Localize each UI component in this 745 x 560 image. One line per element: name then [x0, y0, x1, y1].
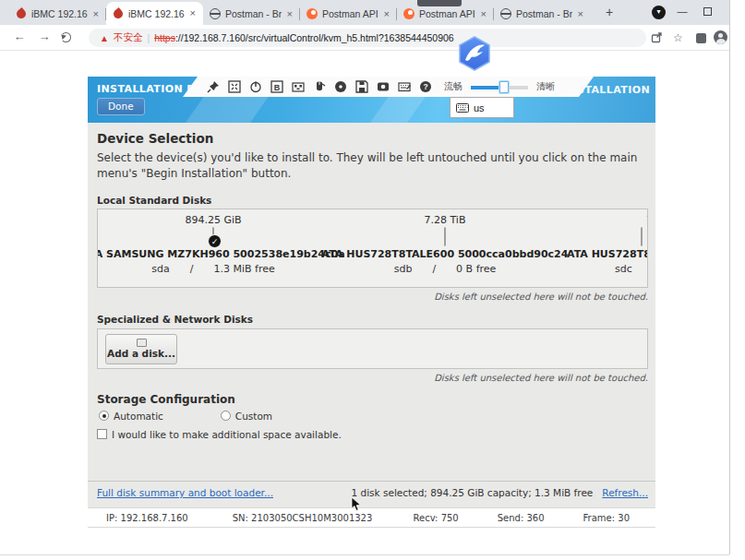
- add-disk-button[interactable]: Add a disk...: [105, 334, 177, 364]
- slider-handle[interactable]: [499, 81, 509, 93]
- address-input[interactable]: ▲ 不安全 | https://192.168.7.160/src/virtua…: [89, 29, 646, 47]
- tabs: iBMC 192.168.7.16 × iBMC 192.168.7.16 × …: [9, 0, 591, 25]
- url-text: https://192.168.7.160/src/virtualControl…: [154, 32, 454, 43]
- disk-sda[interactable]: 894.25 GiB ✓ ATA SAMSUNG MZ7KH960 500253…: [98, 214, 329, 287]
- maximize-button[interactable]: [703, 7, 712, 16]
- postman-favicon: [403, 8, 415, 19]
- forward-icon[interactable]: →: [36, 30, 53, 43]
- tab-postman-api-2[interactable]: Postman API Platfo ×: [397, 3, 494, 25]
- help-icon[interactable]: ?: [419, 80, 432, 93]
- virtual-keyboard-icon[interactable]: [398, 80, 411, 93]
- status-sn: SN: 2103050CSH10M3001323: [233, 513, 373, 523]
- kvm-toolbar: B: [183, 77, 594, 97]
- address-separator: |: [147, 32, 150, 43]
- minimize-button[interactable]: —: [670, 4, 694, 20]
- keyboard-layout-indicator[interactable]: us: [450, 97, 514, 118]
- radio-automatic[interactable]: Automatic: [99, 411, 163, 422]
- tab-title: iBMC 192.168.7.16: [31, 8, 88, 19]
- slider-fill: [471, 86, 502, 89]
- unselected-note: Disks left unselected here will not be t…: [88, 373, 648, 383]
- record-video-icon[interactable]: [377, 80, 390, 93]
- disk-free: 0 B free: [456, 263, 496, 275]
- status-frame: Frame: 30: [583, 513, 630, 523]
- disk-size: 894.25 GiB: [185, 214, 241, 226]
- tab-postman-api-1[interactable]: Postman API Platfo ×: [300, 3, 397, 25]
- tab-close-icon[interactable]: ×: [577, 9, 584, 19]
- disk-mini-icon: [137, 339, 147, 347]
- intro-text: Select the device(s) you'd like to insta…: [97, 150, 643, 183]
- disk-size: 7: [646, 214, 648, 226]
- url-rest: ://192.168.7.160/src/virtualControl/kvm_…: [175, 32, 454, 43]
- local-disks-box: 894.25 GiB ✓ ATA SAMSUNG MZ7KH960 500253…: [97, 209, 648, 288]
- full-disk-summary-link[interactable]: Full disk summary and boot loader...: [97, 487, 273, 498]
- kvm-status-bar: IP: 192.168.7.160 SN: 2103050CSH10M30013…: [88, 507, 655, 528]
- tab-postman-browse-1[interactable]: Postman - Browse ×: [203, 3, 300, 25]
- additional-space-option[interactable]: I would like to make additional space av…: [97, 429, 655, 440]
- cd-media-icon[interactable]: [334, 80, 347, 93]
- fullscreen-icon[interactable]: [228, 80, 241, 93]
- radio-automatic-label: Automatic: [114, 411, 163, 422]
- done-button[interactable]: Done: [97, 98, 145, 115]
- disk-name: ATA HUS728T8TAL: [567, 248, 648, 260]
- mouse-icon[interactable]: [313, 80, 326, 93]
- tab-ibmc-1[interactable]: iBMC 192.168.7.16 ×: [9, 3, 106, 25]
- disk-name: ATA SAMSUNG MZ7KH960 5002538e19b24c0a: [97, 248, 345, 260]
- radio-unselected-icon[interactable]: [221, 411, 231, 421]
- power-icon[interactable]: [249, 80, 262, 93]
- url-scheme: https: [154, 32, 175, 43]
- device-selection-heading: Device Selection: [97, 131, 655, 146]
- security-warning-icon: ▲: [100, 33, 109, 43]
- thunder-download-icon[interactable]: [456, 35, 493, 72]
- disk-size: 7.28 TiB: [425, 214, 466, 226]
- selected-check-icon: ✓: [208, 234, 222, 248]
- installer-content: Device Selection Select the device(s) yo…: [88, 123, 655, 507]
- local-disks-label: Local Standard Disks: [97, 195, 655, 206]
- network-disks-box: Add a disk...: [97, 328, 648, 369]
- back-icon[interactable]: ←: [11, 30, 28, 43]
- share-icon[interactable]: [651, 31, 663, 43]
- tab-close-icon[interactable]: ×: [92, 9, 100, 19]
- extensions-icon[interactable]: [696, 33, 706, 43]
- tab-close-icon[interactable]: ×: [189, 8, 197, 18]
- new-tab-button[interactable]: +: [600, 4, 619, 22]
- globe-favicon: [500, 8, 511, 19]
- bookmark-star-icon[interactable]: ☆: [673, 31, 683, 44]
- keyboard-macro-icon[interactable]: [292, 80, 305, 93]
- security-label[interactable]: 不安全: [114, 31, 143, 44]
- quality-sharp-label: 清晰: [536, 80, 555, 93]
- profile-avatar[interactable]: [714, 30, 727, 44]
- ibmc-favicon: [113, 8, 124, 19]
- tab-menu-button[interactable]: ▾: [652, 6, 666, 19]
- tab-title: iBMC 192.168.7.16: [128, 8, 185, 19]
- status-recv: Recv: 750: [414, 513, 459, 523]
- tab-close-icon[interactable]: ×: [383, 9, 391, 19]
- tab-postman-browse-2[interactable]: Postman - Browse ×: [494, 3, 591, 25]
- radio-selected-icon[interactable]: [99, 411, 109, 421]
- reload-icon[interactable]: [61, 32, 71, 42]
- radio-custom-label: Custom: [235, 411, 272, 422]
- quality-slider[interactable]: [471, 81, 528, 93]
- kvm-viewer: INSTALLATION DESTINATION STALLATION Done…: [88, 77, 655, 528]
- tab-close-icon[interactable]: ×: [480, 9, 487, 19]
- radio-custom[interactable]: Custom: [221, 411, 272, 422]
- tab-ibmc-2-active[interactable]: iBMC 192.168.7.16 ×: [106, 2, 203, 25]
- disk-sdc-clipped[interactable]: 7 ATA HUS728T8TAL sdc: [561, 214, 648, 287]
- svg-text:?: ?: [423, 82, 427, 91]
- checkbox-icon[interactable]: [97, 429, 107, 439]
- disk-free: 1.3 MiB free: [213, 263, 274, 275]
- b-key-icon[interactable]: B: [270, 80, 283, 93]
- refresh-link[interactable]: Refresh...: [602, 487, 648, 498]
- disk-mount: /: [432, 263, 436, 275]
- globe-favicon: [210, 8, 221, 19]
- postman-favicon: [306, 8, 318, 19]
- floppy-save-icon[interactable]: [355, 80, 368, 93]
- pin-icon[interactable]: [207, 80, 220, 93]
- disk-sdb[interactable]: 7.28 TiB ATA HUS728T8TALE600 5000cca0bbd…: [329, 214, 561, 287]
- tab-title: Postman - Browse: [516, 8, 572, 19]
- mouse-cursor: [351, 497, 362, 512]
- checkbox-label: I would like to make additional space av…: [112, 429, 342, 440]
- add-disk-label: Add a disk...: [107, 348, 175, 359]
- disk-drive-icon: [641, 228, 643, 245]
- address-bar-row: ← → ▲ 不安全 | https://192.168.7.160/src/vi…: [0, 25, 729, 51]
- tab-close-icon[interactable]: ×: [286, 9, 294, 19]
